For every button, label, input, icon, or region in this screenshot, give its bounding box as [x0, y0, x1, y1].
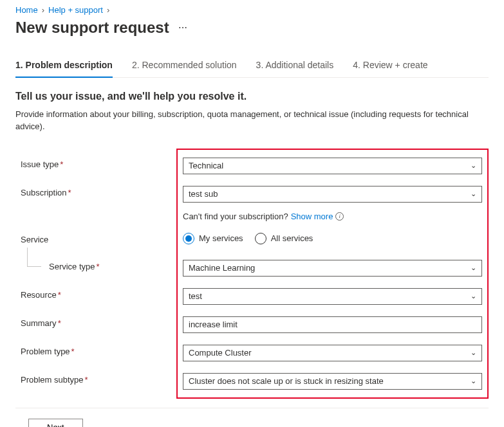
required-indicator: * — [60, 159, 63, 169]
chevron-down-icon: ⌄ — [471, 349, 476, 357]
form-highlight-box: Issue type* Technical ⌄ Subscription* te… — [176, 149, 489, 399]
problem-subtype-label: Problem subtype — [21, 375, 84, 385]
service-type-select[interactable]: Machine Learning ⌄ — [183, 260, 482, 277]
required-indicator: * — [68, 188, 71, 197]
next-button[interactable]: Next — [28, 419, 83, 427]
service-type-value: Machine Learning — [189, 263, 255, 273]
info-icon[interactable]: i — [335, 212, 344, 221]
subscription-select[interactable]: test sub ⌄ — [183, 186, 482, 203]
problem-subtype-value: Cluster does not scale up or is stuck in… — [189, 376, 384, 386]
required-indicator: * — [71, 347, 75, 356]
wizard-tabs: 1. Problem description 2. Recommended so… — [15, 60, 489, 78]
subscription-label: Subscription — [21, 188, 67, 197]
issue-type-value: Technical — [189, 161, 223, 170]
chevron-down-icon: ⌄ — [471, 292, 476, 300]
tab-recommended-solution[interactable]: 2. Recommended solution — [132, 60, 237, 78]
tab-review-create[interactable]: 4. Review + create — [353, 60, 427, 78]
required-indicator: * — [97, 262, 100, 271]
summary-input[interactable] — [183, 316, 482, 333]
radio-all-services[interactable]: All services — [255, 233, 313, 244]
breadcrumb-home[interactable]: Home — [15, 5, 38, 15]
required-indicator: * — [58, 318, 61, 328]
section-heading: Tell us your issue, and we'll help you r… — [15, 91, 489, 102]
service-radio-group: My services All services — [183, 233, 482, 244]
page-title: New support request — [15, 19, 169, 37]
tab-additional-details[interactable]: 3. Additional details — [256, 60, 334, 78]
radio-circle-icon — [255, 233, 266, 244]
summary-label: Summary — [21, 318, 57, 328]
resource-select[interactable]: test ⌄ — [183, 288, 482, 305]
service-type-label: Service type — [49, 262, 95, 271]
breadcrumb-help-support[interactable]: Help + support — [48, 5, 103, 15]
problem-type-label: Problem type — [21, 347, 70, 356]
problem-subtype-select[interactable]: Cluster does not scale up or is stuck in… — [183, 373, 482, 390]
section-description: Provide information about your billing, … — [15, 109, 489, 133]
chevron-down-icon: ⌄ — [471, 161, 476, 170]
page-title-row: New support request ⋯ — [15, 19, 489, 37]
radio-circle-checked-icon — [183, 233, 194, 244]
chevron-down-icon: ⌄ — [471, 190, 476, 198]
service-label: Service — [21, 235, 48, 244]
subscription-hint: Can't find your subscription? Show more … — [183, 212, 482, 221]
tab-problem-description[interactable]: 1. Problem description — [15, 60, 113, 78]
show-more-link[interactable]: Show more — [291, 212, 333, 221]
required-indicator: * — [85, 375, 88, 385]
required-indicator: * — [58, 290, 61, 300]
chevron-down-icon: ⌄ — [471, 264, 476, 272]
radio-all-services-label: All services — [271, 233, 313, 243]
subscription-hint-text: Can't find your subscription? — [183, 212, 288, 221]
radio-my-services[interactable]: My services — [183, 233, 243, 244]
issue-type-label: Issue type — [21, 159, 59, 169]
chevron-right-icon: › — [42, 5, 44, 15]
resource-value: test — [189, 291, 202, 301]
problem-type-select[interactable]: Compute Cluster ⌄ — [183, 345, 482, 361]
subscription-value: test sub — [189, 189, 218, 199]
issue-type-select[interactable]: Technical ⌄ — [183, 158, 482, 174]
breadcrumb: Home › Help + support › — [15, 5, 489, 15]
footer: Next — [15, 408, 489, 427]
radio-my-services-label: My services — [199, 233, 243, 243]
chevron-down-icon: ⌄ — [471, 377, 476, 385]
resource-label: Resource — [21, 290, 57, 300]
chevron-right-icon: › — [107, 5, 109, 15]
problem-type-value: Compute Cluster — [189, 348, 252, 358]
ellipsis-icon[interactable]: ⋯ — [178, 23, 188, 33]
tree-connector-icon — [27, 248, 41, 267]
